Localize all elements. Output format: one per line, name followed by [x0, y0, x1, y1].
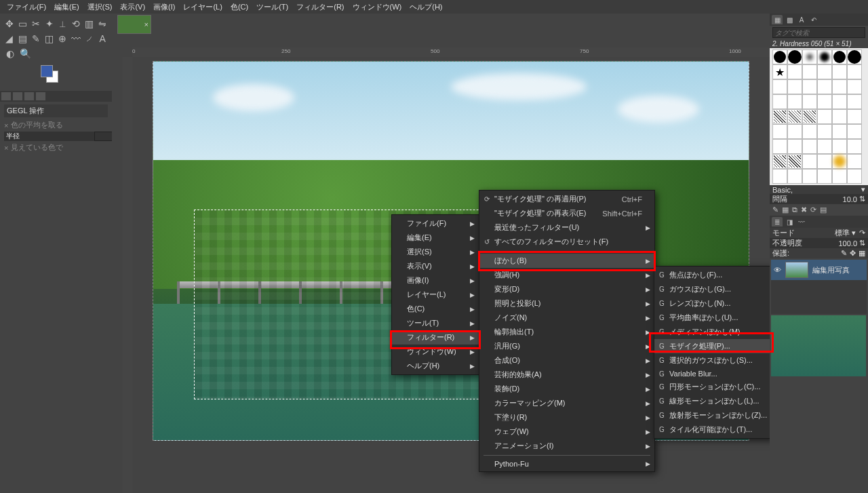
menu-item[interactable]: G選択的ガウスぼかし(S)... — [654, 353, 772, 368]
brush-item[interactable] — [817, 94, 832, 109]
spacing-value[interactable]: 10.0 — [843, 195, 857, 203]
menu-item[interactable]: 色(C)▶ — [392, 302, 479, 316]
preset-label[interactable]: Basic, — [772, 186, 861, 194]
color-indicator[interactable] — [41, 65, 68, 85]
brush-item[interactable] — [817, 109, 832, 124]
brush-item[interactable] — [847, 109, 862, 124]
opacity-value[interactable]: 100.0 — [838, 239, 857, 248]
brush-item[interactable] — [817, 169, 832, 184]
menu-item[interactable]: 芸術的効果(A)▶ — [479, 368, 654, 382]
tool-text[interactable]: A — [96, 32, 108, 45]
menu-item[interactable]: 編集(E)▶ — [392, 231, 479, 245]
close-icon[interactable]: × — [4, 144, 11, 152]
menu-item[interactable]: G放射形モーションぼかし(Z)... — [654, 408, 772, 422]
brush-item[interactable] — [802, 139, 817, 154]
brush-item[interactable] — [802, 50, 817, 64]
menu-item[interactable]: ぼかし(B)▶ — [479, 254, 654, 268]
tool-rotate[interactable]: ⟲ — [70, 17, 82, 31]
menubar-item[interactable]: レイヤー(L) — [179, 1, 226, 12]
menu-item[interactable]: 汎用(G)▶ — [479, 339, 654, 353]
brush-search-input[interactable] — [772, 27, 865, 38]
tool-flip[interactable]: ⇋ — [96, 17, 108, 31]
context-menu-main[interactable]: ファイル(F)▶編集(E)▶選択(S)▶表示(V)▶画像(I)▶レイヤー(L)▶… — [391, 214, 479, 375]
tool-pencil[interactable]: ✎ — [30, 32, 42, 45]
dock-tab-4[interactable] — [36, 92, 45, 100]
brush-item[interactable] — [832, 64, 847, 79]
lock-alpha-icon[interactable]: ▦ — [859, 249, 865, 258]
brush-item[interactable] — [817, 64, 832, 79]
submenu-filter[interactable]: ⟳"モザイク処理" の再適用(P)Ctrl+F"モザイク処理" の再表示(E)S… — [479, 190, 655, 472]
menubar-item[interactable]: ファイル(F) — [3, 1, 50, 12]
menubar-item[interactable]: ウィンドウ(W) — [349, 1, 406, 12]
menubar-item[interactable]: ツール(T) — [252, 1, 292, 12]
brush-item[interactable] — [787, 139, 802, 154]
lock-paint-icon[interactable]: ✎ — [841, 249, 847, 258]
channels-tab-icon[interactable]: ◨ — [784, 217, 795, 226]
dock-tab-2[interactable] — [13, 92, 22, 100]
menu-item[interactable]: 装飾(D)▶ — [479, 382, 654, 396]
brush-item[interactable] — [802, 109, 817, 124]
layer-row[interactable]: 👁 編集用写真 — [771, 260, 867, 280]
delete-icon[interactable]: ✖ — [801, 205, 807, 214]
brush-item[interactable] — [802, 94, 817, 109]
tool-move[interactable]: ✥ — [3, 17, 16, 31]
tool-bucket[interactable]: ◢ — [3, 32, 16, 45]
brush-item[interactable] — [772, 139, 787, 154]
menu-item[interactable]: ウィンドウ(W)▶ — [392, 344, 479, 359]
refresh-icon[interactable]: ⟳ — [810, 205, 816, 214]
paths-tab-icon[interactable]: 〰 — [796, 217, 807, 226]
navigation-thumbnail[interactable] — [771, 315, 866, 376]
menu-item[interactable]: Python-Fu▶ — [479, 458, 654, 470]
menu-item[interactable]: "モザイク処理" の再表示(E)Shift+Ctrl+F — [479, 206, 654, 220]
menu-item[interactable]: G円形モーションぼかし(C)... — [654, 380, 772, 394]
menu-item[interactable]: G焦点ぼかし(F)... — [654, 268, 772, 282]
brush-item[interactable] — [787, 154, 802, 169]
brush-item[interactable] — [787, 94, 802, 109]
menu-item[interactable]: Gタイル化可能ぼかし(T)... — [654, 422, 772, 437]
dock-tab-1[interactable] — [1, 92, 11, 100]
eye-icon[interactable]: 👁 — [774, 266, 781, 274]
brush-item[interactable] — [802, 64, 817, 79]
submenu-blur[interactable]: G焦点ぼかし(F)...Gガウスぼかし(G)...Gレンズぼかし(N)...G平… — [654, 266, 772, 439]
tool-fuzzy-select[interactable]: ✦ — [43, 17, 56, 31]
menubar-item[interactable]: 色(C) — [226, 1, 252, 12]
menu-item[interactable]: ファイル(F)▶ — [392, 216, 479, 231]
brush-item[interactable] — [847, 139, 862, 154]
close-icon[interactable]: × — [4, 121, 11, 130]
menu-item[interactable]: 照明と投影(L)▶ — [479, 296, 654, 311]
menubar-item[interactable]: フィルター(R) — [292, 1, 348, 12]
menu-item[interactable]: ヘルプ(H)▶ — [392, 359, 479, 373]
tool-color-picker[interactable]: ◐ — [3, 47, 17, 60]
brush-item[interactable] — [832, 79, 847, 94]
menubar-item[interactable]: 選択(S) — [83, 1, 117, 12]
brush-item[interactable] — [832, 154, 847, 169]
brush-item[interactable]: ★ — [772, 64, 787, 79]
brush-item[interactable] — [847, 94, 862, 109]
menu-item[interactable]: アニメーション(I)▶ — [479, 439, 654, 453]
brush-item[interactable] — [772, 94, 787, 109]
brush-item[interactable] — [802, 124, 817, 139]
brush-item[interactable] — [772, 109, 787, 124]
edit-icon[interactable]: ✎ — [772, 205, 778, 214]
brush-item[interactable] — [832, 94, 847, 109]
image-tab[interactable]: × — [117, 15, 151, 34]
menu-item[interactable]: 最近使ったフィルター(U)▶ — [479, 220, 654, 235]
menu-item[interactable]: 画像(I)▶ — [392, 273, 479, 288]
tool-smudge[interactable]: 〰 — [70, 32, 82, 45]
open-icon[interactable]: ▤ — [820, 205, 827, 214]
menubar-item[interactable]: 編集(E) — [50, 1, 83, 12]
brush-item[interactable] — [772, 154, 787, 169]
duplicate-icon[interactable]: ⧉ — [792, 205, 797, 214]
menu-item[interactable]: Gレンズぼかし(N)... — [654, 296, 772, 311]
menu-item[interactable]: ⟳"モザイク処理" の再適用(P)Ctrl+F — [479, 192, 654, 206]
history-tab-icon[interactable]: ↶ — [808, 15, 819, 24]
menu-item[interactable]: GVariable Blur... — [654, 368, 772, 380]
menu-item[interactable]: カラーマッピング(M)▶ — [479, 396, 654, 410]
tool-free-select[interactable]: ✂ — [30, 17, 42, 31]
foreground-color[interactable] — [41, 65, 53, 77]
menu-item[interactable]: 合成(O)▶ — [479, 353, 654, 368]
menu-item[interactable]: レイヤー(L)▶ — [392, 288, 479, 302]
brush-item[interactable] — [772, 50, 787, 64]
brush-item[interactable] — [832, 139, 847, 154]
brush-item[interactable] — [802, 169, 817, 184]
